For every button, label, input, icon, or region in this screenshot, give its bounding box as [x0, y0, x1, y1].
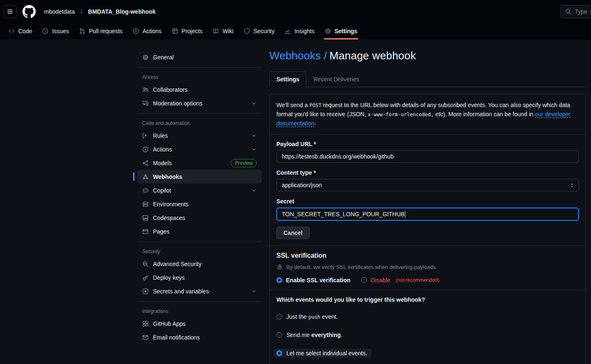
tab-insights[interactable]: Insights [279, 23, 319, 39]
content-type-select[interactable]: application/json [276, 179, 579, 191]
events-section: Which events would you like to trigger t… [276, 296, 579, 358]
payload-url-group: Payload URL * [276, 141, 579, 163]
enable-ssl-option[interactable]: Enable SSL verification [276, 277, 350, 283]
secret-group: Secret TON_SECRET_TRES_LONG_POUR_GITHUB [276, 198, 579, 221]
repo-nav: Code Issues Pull requests Actions Projec… [0, 23, 591, 39]
radio-unchecked-icon[interactable] [276, 332, 282, 338]
server-icon [142, 201, 149, 208]
issue-opened-icon [42, 28, 49, 34]
tab-settings[interactable]: Settings [320, 23, 362, 39]
radio-checked-icon[interactable] [276, 277, 282, 283]
tab-recent-deliveries[interactable]: Recent Deliveries [306, 71, 366, 87]
sidebar-divider [137, 113, 262, 114]
main-content: Webhooks /Manage webhook Settings Recent… [269, 39, 586, 364]
sidebar-item-moderation-options[interactable]: Moderation options [137, 96, 262, 110]
tab-webhook-settings[interactable]: Settings [269, 71, 306, 87]
ssl-verification-section: SSL verification By default, we verify S… [276, 252, 579, 283]
secret-input[interactable]: TON_SECRET_TRES_LONG_POUR_GITHUB [276, 208, 579, 221]
tab-issues[interactable]: Issues [37, 23, 74, 39]
global-search-input[interactable]: Type / [560, 5, 591, 18]
page-title: Webhooks /Manage webhook [269, 49, 586, 62]
disable-ssl-label: Disable [371, 277, 390, 283]
tab-code[interactable]: Code [3, 23, 37, 39]
app-header: mbodetdata / BMDATA_Blog-webhook Type / … [0, 0, 591, 39]
sidebar-item-webhooks[interactable]: Webhooks [137, 170, 262, 183]
disable-ssl-option[interactable]: Disable (not recommended) [361, 277, 439, 283]
browser-icon [142, 228, 149, 235]
radio-checked-icon[interactable] [276, 350, 282, 356]
radio-unchecked-icon[interactable] [361, 277, 367, 283]
webhooks-breadcrumb-link[interactable]: Webhooks / [269, 49, 327, 62]
etc-em: etc [436, 111, 443, 117]
ssl-description-row: By default, we verify SSL certificates w… [276, 264, 579, 270]
radio-unchecked-icon[interactable] [276, 314, 282, 320]
sidebar-item-deploy-keys[interactable]: Deploy keys [137, 271, 262, 284]
payload-url-label: Payload URL * [276, 141, 579, 147]
breadcrumb-separator: / [81, 8, 82, 15]
sidebar-item-actions[interactable]: Actions [137, 142, 262, 156]
breadcrumb: mbodetdata / BMDATA_Blog-webhook [42, 7, 158, 17]
sidebar-item-general[interactable]: General [137, 50, 262, 64]
sidebar-item-environments[interactable]: Environments [137, 197, 262, 211]
secrets-icon [142, 288, 149, 295]
page-title-rest: Manage webhook [330, 49, 416, 62]
enable-ssl-label: Enable SSL verification [286, 277, 350, 283]
tab-projects[interactable]: Projects [167, 23, 208, 39]
sidebar-item-email-notifications[interactable]: Email notifications [137, 330, 262, 344]
sidebar-item-github-apps[interactable]: GitHub Apps [137, 317, 262, 330]
sidebar-item-codespaces[interactable]: Codespaces [137, 211, 262, 225]
preview-badge: Preview [231, 159, 257, 167]
table-icon [172, 28, 178, 34]
event-option-just-push[interactable]: Just the push event. [276, 312, 579, 321]
settings-sidebar: General Access Collaborators Moderation … [132, 39, 265, 344]
post-code: POST [309, 103, 321, 108]
tab-actions[interactable]: Actions [128, 23, 167, 39]
everything-strong: everything [311, 332, 341, 338]
ssl-description: By default, we verify SSL certificates w… [286, 264, 437, 270]
sidebar-divider [137, 67, 262, 68]
tab-wiki[interactable]: Wiki [207, 23, 238, 39]
codespaces-icon [142, 215, 149, 221]
sidebar-item-pages[interactable]: Pages [137, 225, 262, 238]
event-option-everything[interactable]: Send me everything. [276, 330, 579, 340]
sidebar-divider [137, 301, 262, 302]
sidebar-item-advanced-security[interactable]: Advanced Security [137, 257, 262, 271]
tab-security[interactable]: Security [239, 23, 280, 39]
select-arrows-icon [569, 182, 575, 189]
chevron-down-icon [251, 147, 257, 152]
gear-icon [142, 54, 149, 61]
secret-label: Secret [276, 198, 579, 205]
content-type-value: application/json [282, 182, 322, 188]
sidebar-divider [137, 242, 262, 242]
code-scan-icon [142, 261, 149, 267]
divider [270, 245, 586, 246]
sidebar-section-code-automation: Code and automation [137, 117, 262, 129]
sidebar-section-access: Access [137, 71, 262, 83]
key-icon [142, 274, 149, 281]
sidebar-item-secrets-variables[interactable]: Secrets and variables [137, 284, 262, 298]
divider [270, 290, 586, 290]
event-option-individual[interactable]: Let me select individual events. [274, 349, 372, 358]
search-icon [565, 8, 571, 15]
sidebar-item-rules[interactable]: Rules [137, 129, 262, 142]
sidebar-item-collaborators[interactable]: Collaborators [137, 83, 262, 96]
sidebar-item-copilot[interactable]: Copilot [137, 183, 262, 197]
tab-pull-requests[interactable]: Pull requests [74, 23, 128, 39]
people-icon [142, 86, 149, 93]
github-logo-icon[interactable] [22, 5, 36, 18]
cancel-button[interactable]: Cancel [276, 227, 310, 239]
breadcrumb-repo-link[interactable]: BMDATA_Blog-webhook [86, 7, 158, 17]
chevron-down-icon [251, 100, 257, 106]
gear-icon [325, 28, 331, 34]
webhook-icon [142, 173, 149, 180]
models-icon [142, 160, 149, 166]
payload-url-input[interactable] [276, 150, 579, 163]
sidebar-item-models[interactable]: Models Preview [137, 156, 262, 170]
copilot-icon [142, 187, 149, 194]
global-menu-button[interactable] [3, 5, 17, 18]
events-question: Which events would you like to trigger t… [276, 296, 579, 303]
divider [270, 134, 586, 134]
chevron-down-icon [251, 188, 257, 193]
breadcrumb-owner-link[interactable]: mbodetdata [42, 7, 77, 17]
apps-grid-icon [142, 320, 149, 327]
